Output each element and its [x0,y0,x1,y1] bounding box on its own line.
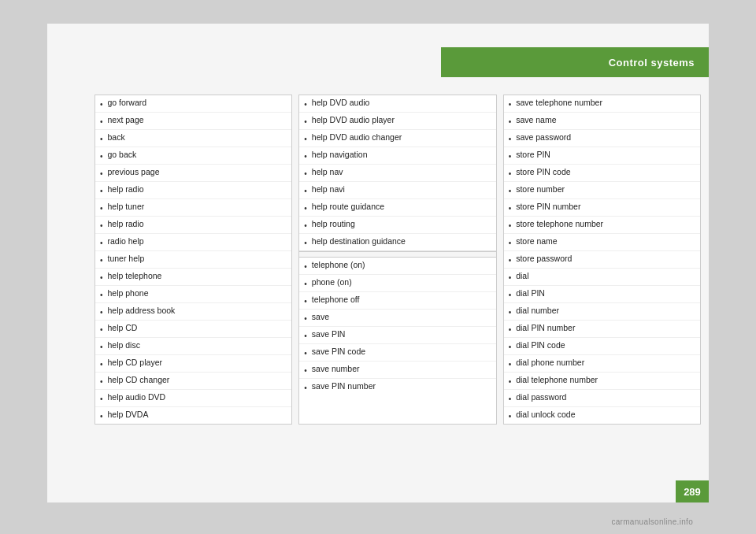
list-item: •telephone off [299,292,495,310]
list-item: •help radio [95,217,291,234]
bullet-icon: • [509,237,512,249]
list-item: •dial password [504,390,700,407]
item-text: dial [516,270,528,283]
bullet-icon: • [304,382,307,394]
watermark: carmanualsonline.info [611,517,693,526]
bullet-icon: • [100,150,103,162]
bullet-icon: • [304,202,307,214]
bullet-icon: • [304,261,307,273]
bullet-icon: • [304,237,307,249]
list-item: •help navi [299,182,495,199]
bullet-icon: • [509,358,512,370]
bullet-icon: • [100,133,103,145]
list-item: •help nav [299,165,495,182]
list-item: •save password [504,130,700,147]
bullet-icon: • [509,168,512,180]
bullet-icon: • [509,393,512,405]
section-spacer [299,251,495,258]
list-item: •telephone (on) [299,258,495,275]
list-item: •dial [504,269,700,286]
bullet-icon: • [509,220,512,232]
header-bar: Control systems [441,47,709,77]
bullet-icon: • [509,202,512,214]
item-text: save PIN code [312,346,365,358]
list-item: •save PIN code [299,344,495,362]
bullet-icon: • [100,202,103,214]
bullet-icon: • [509,410,512,422]
bullet-icon: • [509,272,512,284]
list-item: •help disc [95,338,291,355]
list-item: •help radio [95,182,291,199]
list-item: •help navigation [299,147,495,165]
item-text: dial PIN [516,287,545,300]
section-col2-0: •help DVD audio•help DVD audio player•he… [299,95,495,251]
item-text: tuner help [108,253,145,265]
item-text: go forward [108,97,147,109]
list-item: •help DVD audio player [299,113,495,130]
item-text: help CD player [108,357,162,369]
bullet-icon: • [509,324,512,336]
bullet-icon: • [304,220,307,232]
item-text: help routing [312,218,355,231]
list-item: •dial PIN code [504,338,700,355]
item-text: help DVDA [108,409,149,421]
list-item: •help address book [95,303,291,321]
item-text: help navi [312,184,345,196]
item-text: help disc [108,339,140,352]
bullet-icon: • [100,289,103,301]
item-text: store name [516,235,558,248]
list-item: •phone (on) [299,275,495,292]
section-col1-0: •go forward•next page•back•go back•previ… [95,95,291,424]
page-title: Control systems [609,57,695,69]
list-item: •help DVDA [95,407,291,424]
list-item: •store PIN [504,147,700,165]
list-item: •save PIN [299,327,495,344]
list-item: •save name [504,113,700,130]
list-item: •help destination guidance [299,234,495,250]
item-text: save number [312,363,360,376]
bullet-icon: • [304,98,307,110]
bullet-icon: • [304,116,307,128]
item-text: help navigation [312,149,368,161]
list-item: •back [95,130,291,147]
bullet-icon: • [100,237,103,249]
columns-container: •go forward•next page•back•go back•previ… [94,95,701,425]
item-text: phone (on) [312,276,352,289]
bullet-icon: • [100,185,103,197]
bullet-icon: • [100,306,103,318]
bullet-icon: • [100,168,103,180]
item-text: help tuner [108,201,145,213]
bullet-icon: • [509,289,512,301]
bullet-icon: • [100,324,103,336]
list-item: •next page [95,113,291,130]
item-text: go back [108,149,137,161]
list-item: •store name [504,234,700,251]
bullet-icon: • [100,358,103,370]
list-item: •help tuner [95,199,291,217]
item-text: dial phone number [516,357,584,369]
page-number: 289 [684,486,701,498]
item-text: save PIN number [312,380,376,393]
bullet-icon: • [304,168,307,180]
item-text: store number [516,184,565,196]
list-item: •radio help [95,234,291,251]
list-item: •store PIN code [504,165,700,182]
item-text: help DVD audio changer [312,132,402,144]
item-text: store PIN [516,149,550,161]
item-text: help CD [108,322,138,335]
list-item: •dial PIN [504,286,700,303]
bullet-icon: • [100,116,103,128]
list-item: •help CD changer [95,373,291,390]
list-item: •dial unlock code [504,407,700,424]
list-item: •help routing [299,217,495,234]
list-item: •help telephone [95,269,291,286]
bullet-icon: • [100,410,103,422]
bullet-icon: • [509,116,512,128]
item-text: save name [516,114,556,127]
item-text: help address book [108,305,176,317]
item-text: dial unlock code [516,409,575,421]
bullet-icon: • [100,341,103,353]
bullet-icon: • [100,393,103,405]
bullet-icon: • [509,341,512,353]
bullet-icon: • [100,220,103,232]
